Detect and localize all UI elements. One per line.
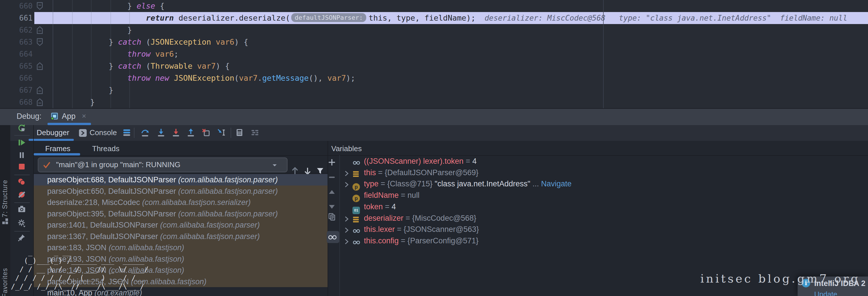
copy-value-icon[interactable] <box>328 212 337 222</box>
right-margin-guide <box>603 0 603 108</box>
navigate-link[interactable]: Navigate <box>541 179 571 188</box>
show-watches-icon[interactable] <box>328 232 337 242</box>
fold-marker-icon[interactable] <box>37 62 43 70</box>
param-type-icon: p <box>352 180 360 192</box>
stack-frame-row[interactable]: parseObject:688, DefaultJSONParser (com.… <box>34 174 341 185</box>
code-text: } catch (Throwable var7) { <box>71 60 230 72</box>
sidebar-item-structure[interactable]: 7: Structure <box>1 180 9 217</box>
move-watch-down-icon[interactable] <box>328 202 337 212</box>
line-number[interactable]: 661 <box>10 12 33 24</box>
step-out-icon[interactable] <box>187 128 196 138</box>
frames-separator <box>34 173 328 174</box>
indent-guide <box>72 0 73 108</box>
chevron-right-icon[interactable] <box>343 214 350 226</box>
chevron-right-icon[interactable] <box>343 237 350 248</box>
line-number[interactable]: 666 <box>10 72 33 84</box>
debugger-tab-underline <box>29 139 74 141</box>
line-number[interactable]: 663 <box>10 36 33 48</box>
structure-icon <box>2 218 8 226</box>
stack-frame-row[interactable]: parseObject:650, DefaultJSONParser (com.… <box>34 185 341 197</box>
tab-debugger[interactable]: Debugger <box>37 125 69 141</box>
toolbar-separator <box>230 128 231 138</box>
rerun-icon[interactable] <box>18 124 27 134</box>
pause-icon[interactable] <box>18 151 27 160</box>
thread-dump-icon[interactable] <box>18 205 27 214</box>
move-watch-up-icon[interactable] <box>328 188 337 198</box>
code-text: return deserializer.deserialze(defaultJS… <box>71 12 847 24</box>
line-number[interactable]: 662 <box>10 24 33 36</box>
add-watch-icon[interactable] <box>328 158 337 168</box>
ide-window: 7: Structure 2: Favorites 660 } else {66… <box>0 0 868 296</box>
vtoolbar-divider <box>14 175 30 175</box>
code-text: } <box>71 24 132 36</box>
layout-settings-icon[interactable] <box>251 128 260 138</box>
line-number[interactable]: 660 <box>10 0 33 12</box>
indent-guide <box>111 0 111 108</box>
debugger-toolbar <box>10 125 868 141</box>
code-text: } <box>71 84 113 96</box>
watch-type-icon <box>352 158 361 169</box>
fold-marker-icon[interactable] <box>37 38 43 46</box>
tab-console[interactable]: Console <box>90 125 117 141</box>
variable-text: type = {Class@715} "class java.net.InetA… <box>364 178 571 189</box>
console-icon <box>79 129 87 138</box>
step-into-icon[interactable] <box>157 128 166 138</box>
line-number[interactable]: 664 <box>10 48 33 60</box>
indent-guide <box>129 0 130 108</box>
editor-line-666[interactable]: 666 throw new JSONException(var7.getMess… <box>0 72 868 84</box>
remove-watch-icon[interactable] <box>328 173 337 183</box>
drop-frame-icon[interactable] <box>202 128 211 138</box>
primitive-type-icon: 01 <box>352 203 360 215</box>
line-number[interactable]: 668 <box>10 96 33 108</box>
evaluate-expression-icon[interactable] <box>235 128 245 138</box>
show-execution-point-icon[interactable] <box>122 128 132 138</box>
code-text: throw new JSONException(var7.getMessage(… <box>71 72 355 84</box>
editor-line-665[interactable]: 665 } catch (Throwable var7) { <box>0 60 868 72</box>
mute-breakpoints-icon[interactable] <box>18 190 27 200</box>
fold-marker-icon[interactable] <box>37 86 43 94</box>
chevron-right-icon[interactable] <box>343 169 350 180</box>
vtoolbar-divider <box>14 135 30 136</box>
tab-threads[interactable]: Threads <box>92 142 119 155</box>
frames-tab-underline <box>34 153 80 155</box>
fold-marker-icon[interactable] <box>37 2 43 10</box>
indent-guide <box>91 0 92 108</box>
stack-frame-row[interactable]: parse:1401, DefaultJSONParser (com.aliba… <box>34 219 341 231</box>
line-number[interactable]: 667 <box>10 84 33 96</box>
editor-line-662[interactable]: 662 } <box>0 24 868 36</box>
pin-icon[interactable] <box>18 233 27 243</box>
line-number[interactable]: 665 <box>10 60 33 72</box>
chevron-right-icon[interactable] <box>343 226 350 237</box>
variable-text: this.config = {ParserConfig@571} <box>364 235 478 246</box>
settings-icon[interactable] <box>18 219 27 229</box>
code-editor[interactable]: 660 } else {661 return deserializer.dese… <box>0 0 868 108</box>
force-step-into-icon[interactable] <box>172 128 181 138</box>
stack-frame-row[interactable]: parse:1367, DefaultJSONParser (com.aliba… <box>34 231 341 242</box>
run-to-cursor-icon[interactable] <box>217 128 226 138</box>
editor-line-664[interactable]: 664 throw var6; <box>0 48 868 60</box>
gutter-divider <box>53 0 53 108</box>
editor-line-668[interactable]: 668 } <box>0 96 868 108</box>
variable-text: token = 4 <box>364 201 396 212</box>
step-over-icon[interactable] <box>141 128 151 138</box>
fold-marker-icon[interactable] <box>37 98 43 106</box>
stack-frame-row[interactable]: parseObject:395, DefaultJSONParser (com.… <box>34 208 341 219</box>
watch-type-icon <box>352 226 361 237</box>
code-text: } else { <box>71 0 164 12</box>
view-breakpoints-icon[interactable] <box>18 177 27 187</box>
stack-frame-row[interactable]: deserialze:218, MiscCodec (com.alibaba.f… <box>34 197 341 208</box>
param-type-icon: p <box>352 192 360 203</box>
editor-line-661[interactable]: 661 return deserializer.deserialze(defau… <box>0 12 868 24</box>
sidebar-item-favorites[interactable]: 2: Favorites <box>1 268 9 296</box>
fold-marker-icon[interactable] <box>37 26 43 34</box>
resume-icon[interactable] <box>18 138 27 148</box>
chevron-right-icon[interactable] <box>343 180 350 191</box>
vtoolbar-divider <box>14 202 30 203</box>
chevron-down-icon[interactable] <box>272 163 278 168</box>
toolbar-separator <box>134 128 134 138</box>
stop-icon[interactable] <box>18 162 27 172</box>
notification-action-link[interactable]: Update <box>814 290 837 296</box>
editor-line-663[interactable]: 663 } catch (JSONException var6) { <box>0 36 868 48</box>
editor-line-660[interactable]: 660 } else { <box>0 0 868 12</box>
editor-line-667[interactable]: 667 } <box>0 84 868 96</box>
